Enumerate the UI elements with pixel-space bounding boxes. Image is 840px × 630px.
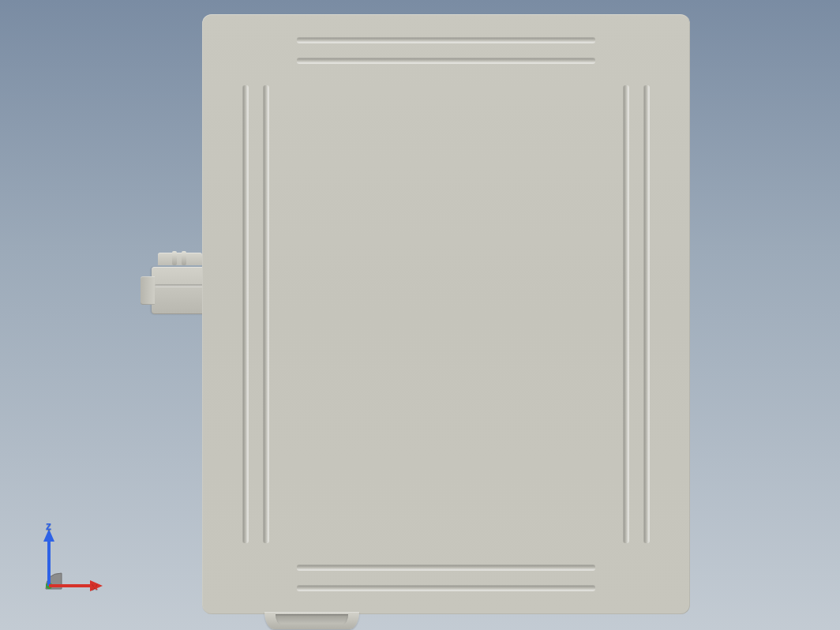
side-connector-top [158, 253, 202, 265]
side-connector [141, 253, 208, 324]
side-connector-cap [141, 276, 155, 305]
axis-triad: z x [30, 518, 117, 605]
slot-top-inner [297, 58, 595, 63]
slot-bottom-outer [297, 586, 595, 591]
slot-right-inner [624, 85, 628, 543]
side-connector-body [152, 267, 208, 314]
slot-right-outer [644, 85, 649, 543]
side-connector-pin [172, 251, 177, 265]
axis-z-arrow-icon [43, 529, 54, 542]
slot-top-outer [297, 38, 595, 43]
triad-origin [46, 573, 62, 589]
cad-viewport[interactable]: z x [0, 0, 840, 630]
axis-x-arrow-icon [90, 580, 103, 591]
axis-x-label: x [92, 579, 98, 592]
side-connector-pin [182, 251, 186, 265]
main-panel [202, 14, 690, 614]
side-connector-band [155, 284, 205, 287]
bottom-connector [264, 612, 359, 629]
slot-bottom-inner [297, 565, 595, 570]
slot-left-inner [264, 85, 268, 543]
axis-y-icon [46, 583, 52, 589]
axis-z-label: z [46, 519, 51, 532]
bottom-connector-inner [276, 614, 348, 624]
slot-left-outer [243, 85, 248, 543]
